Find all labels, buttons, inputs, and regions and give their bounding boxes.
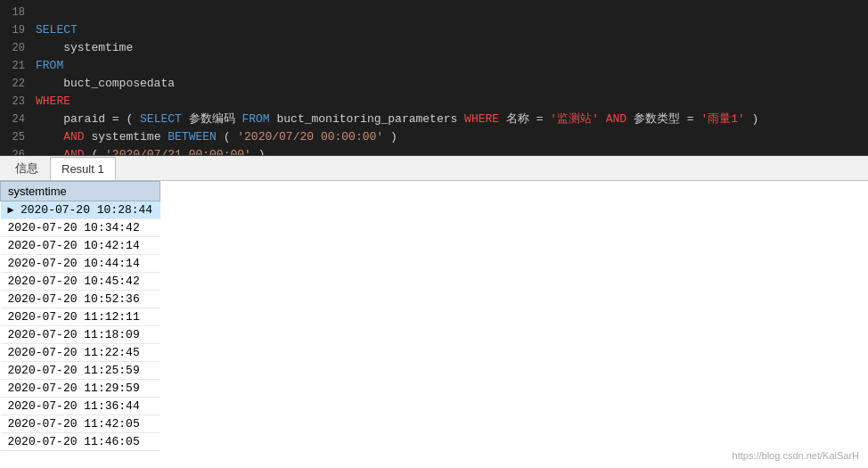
line-number: 23 <box>0 93 36 111</box>
result-content[interactable]: systemtime ▶ 2020-07-20 10:28:442020-07-… <box>0 181 868 468</box>
cell-systemtime: 2020-07-20 10:34:42 <box>1 219 160 237</box>
table-row[interactable]: 2020-07-20 10:45:42 <box>1 273 160 291</box>
table-row[interactable]: ▶ 2020-07-20 10:28:44 <box>1 201 160 219</box>
line-content: FROM <box>36 57 868 75</box>
line-number: 25 <box>0 128 36 146</box>
line-content: SELECT <box>36 21 868 39</box>
table-row[interactable]: 2020-07-20 10:42:14 <box>1 237 160 255</box>
line-content: AND systemtime BETWEEN ( '2020/07/20 00:… <box>36 128 868 146</box>
tab-result1[interactable]: Result 1 <box>50 157 116 180</box>
tab-info[interactable]: 信息 <box>4 157 50 180</box>
line-number: 19 <box>0 21 36 39</box>
table-row[interactable]: 2020-07-20 11:42:05 <box>1 415 160 433</box>
table-row[interactable]: 2020-07-20 11:22:45 <box>1 344 160 362</box>
code-line: 19SELECT <box>0 21 868 39</box>
line-number: 22 <box>0 75 36 93</box>
code-line: 21FROM <box>0 57 868 75</box>
code-line: 22 buct_composedata <box>0 75 868 93</box>
column-header-systemtime: systemtime <box>1 182 160 201</box>
cell-systemtime: 2020-07-20 10:42:14 <box>1 237 160 255</box>
cell-systemtime: 2020-07-20 10:45:42 <box>1 273 160 291</box>
table-row[interactable]: 2020-07-20 11:36:44 <box>1 398 160 415</box>
code-line: 20 systemtime <box>0 39 868 57</box>
cell-systemtime: 2020-07-20 11:46:05 <box>1 433 160 451</box>
table-row[interactable]: 2020-07-20 10:52:36 <box>1 291 160 308</box>
line-number: 20 <box>0 39 36 57</box>
tabs-bar: 信息 Result 1 <box>0 156 868 181</box>
cell-systemtime: ▶ 2020-07-20 10:28:44 <box>1 201 160 219</box>
result-table: systemtime ▶ 2020-07-20 10:28:442020-07-… <box>0 181 160 451</box>
line-number: 26 <box>0 146 36 156</box>
table-row[interactable]: 2020-07-20 11:12:11 <box>1 308 160 326</box>
watermark: https://blog.csdn.net/KaiSarH <box>733 450 859 461</box>
line-content: buct_composedata <box>36 75 868 93</box>
line-content: systemtime <box>36 39 868 57</box>
code-line: 26 AND ( '2020/07/21 00:00:00' ) <box>0 146 868 156</box>
cell-systemtime: 2020-07-20 10:44:14 <box>1 255 160 273</box>
line-number: 21 <box>0 57 36 75</box>
line-number: 24 <box>0 111 36 128</box>
table-row[interactable]: 2020-07-20 10:34:42 <box>1 219 160 237</box>
editor-area: 1819SELECT20 systemtime21FROM22 buct_com… <box>0 0 868 156</box>
line-number: 18 <box>0 4 36 21</box>
cell-systemtime: 2020-07-20 11:25:59 <box>1 362 160 380</box>
cell-systemtime: 2020-07-20 10:52:36 <box>1 291 160 308</box>
tab-result1-label: Result 1 <box>61 162 104 176</box>
line-content: AND ( '2020/07/21 00:00:00' ) <box>36 146 868 156</box>
tab-info-label: 信息 <box>15 160 38 177</box>
line-content: paraid = ( SELECT 参数编码 FROM buct_monitor… <box>36 111 868 128</box>
code-line: 18 <box>0 4 868 21</box>
code-line: 23WHERE <box>0 93 868 111</box>
code-line: 25 AND systemtime BETWEEN ( '2020/07/20 … <box>0 128 868 146</box>
code-line: 24 paraid = ( SELECT 参数编码 FROM buct_moni… <box>0 111 868 128</box>
cell-systemtime: 2020-07-20 11:18:09 <box>1 326 160 344</box>
line-content: WHERE <box>36 93 868 111</box>
table-row[interactable]: 2020-07-20 11:46:05 <box>1 433 160 451</box>
cell-systemtime: 2020-07-20 11:42:05 <box>1 415 160 433</box>
table-row[interactable]: 2020-07-20 10:44:14 <box>1 255 160 273</box>
cell-systemtime: 2020-07-20 11:12:11 <box>1 308 160 326</box>
results-area: 信息 Result 1 systemtime ▶ 2020-07-20 10:2… <box>0 156 868 468</box>
cell-systemtime: 2020-07-20 11:36:44 <box>1 398 160 415</box>
table-row[interactable]: 2020-07-20 11:25:59 <box>1 362 160 380</box>
cell-systemtime: 2020-07-20 11:29:59 <box>1 380 160 398</box>
cell-systemtime: 2020-07-20 11:22:45 <box>1 344 160 362</box>
table-row[interactable]: 2020-07-20 11:29:59 <box>1 380 160 398</box>
table-row[interactable]: 2020-07-20 11:18:09 <box>1 326 160 344</box>
